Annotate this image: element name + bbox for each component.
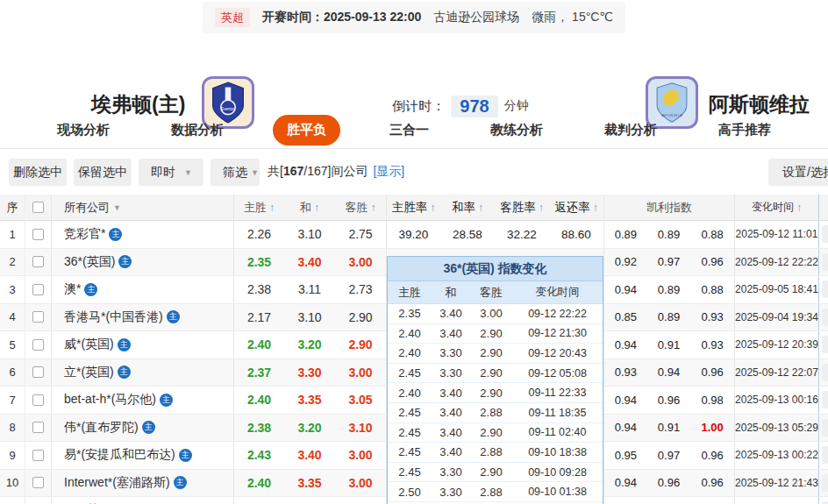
popup-odds-value: 2.90 [480, 327, 502, 340]
header-home-rate-sort[interactable]: 主胜率↑ [386, 195, 440, 220]
delete-selected-button[interactable]: 删除选中 [9, 159, 67, 186]
popup-away-odds: 2.90 [470, 426, 512, 439]
odds-away: 3.00 [335, 470, 386, 497]
popup-home-odds: 2.45 [388, 366, 432, 380]
kelly-draw: 0.91 [647, 415, 691, 442]
trend-button[interactable] [822, 474, 828, 492]
odds-away: 3.10 [335, 415, 386, 442]
odds-home: 2.40 [233, 331, 284, 358]
header-change-time-sort[interactable]: 变化时间↑ [734, 195, 818, 220]
home-mark-icon: 主 [118, 255, 132, 268]
row-checkbox[interactable] [32, 339, 44, 351]
row-checkbox[interactable] [32, 477, 44, 488]
tab-live-analysis[interactable]: 现场分析 [45, 115, 122, 146]
instant-dropdown[interactable]: 即时▼ [139, 159, 203, 186]
tab-data-analysis[interactable]: 数据分析 [159, 115, 236, 146]
trend-button[interactable] [822, 364, 828, 381]
header-draw-sort[interactable]: 和↑ [284, 195, 335, 220]
header-return-rate-sort[interactable]: 返还率↑ [549, 195, 603, 220]
settings-select-button[interactable]: 设置/选择 [768, 159, 828, 186]
trend-button[interactable] [822, 225, 828, 243]
popup-change-time: 09-10 01:38 [512, 486, 603, 498]
company-name[interactable]: 伟*(直布罗陀) [64, 420, 139, 436]
row-checkbox[interactable] [32, 256, 44, 267]
draw-rate: 28.58 [440, 221, 495, 248]
change-time: 2025-09-12 11:01 [734, 221, 818, 248]
popup-odds-value: 3.40 [439, 426, 461, 439]
league-badge[interactable]: 英超 [215, 8, 250, 27]
header-away-sort[interactable]: 客胜↑ [335, 195, 386, 220]
row-checkbox[interactable] [32, 422, 44, 433]
trend-button[interactable] [822, 253, 828, 271]
tab-coach-analysis[interactable]: 教练分析 [478, 115, 555, 146]
popup-draw-odds: 3.40 [432, 426, 470, 439]
row-checkbox[interactable] [32, 450, 44, 461]
toolbar: 删除选中 保留选中 即时▼ 筛选▼ 共[167/167]间公司[显示] 设置/选… [0, 159, 828, 187]
company-name[interactable]: 立*(英国) [64, 365, 114, 380]
keep-selected-button[interactable]: 保留选中 [74, 159, 132, 186]
odds-home: 2.45 [233, 497, 284, 504]
home-mark-icon: 主 [118, 338, 131, 351]
trend-button[interactable] [822, 391, 828, 408]
home-mark-icon: 主 [118, 366, 131, 379]
page: 英超 开赛时间：2025-09-13 22:00 古迪逊公园球场 微雨， 15°… [0, 0, 828, 504]
popup-home-odds: 2.35 [388, 307, 432, 320]
home-mark-icon: 主 [179, 449, 192, 462]
header-home-sort[interactable]: 主胜↑ [233, 195, 284, 220]
popup-change-time: 09-12 05:08 [512, 367, 603, 380]
kelly-home: 0.94 [603, 387, 647, 414]
popup-home-odds: 2.50 [388, 486, 432, 499]
header-company[interactable]: 所有公司▼ [51, 195, 233, 220]
popup-odds-value: 2.90 [480, 346, 502, 359]
company-name[interactable]: 36*(英国) [64, 254, 115, 270]
tab-expert-picks[interactable]: 高手推荐 [706, 115, 783, 146]
trend-button[interactable] [822, 309, 828, 326]
odds-home: 2.37 [233, 359, 284, 387]
company-cell: 18*(英国)主 [51, 497, 233, 504]
header-select-all[interactable] [25, 195, 51, 220]
show-link[interactable]: [显示] [373, 164, 404, 178]
trend-button[interactable] [822, 446, 828, 464]
row-checkbox[interactable] [32, 284, 44, 295]
row-extra-cell [818, 359, 828, 387]
match-info-strip: 英超 开赛时间：2025-09-13 22:00 古迪逊公园球场 微雨， 15°… [203, 2, 625, 33]
kelly-draw: 0.91 [647, 331, 691, 358]
popup-odds-value: 3.00 [480, 307, 502, 320]
trend-button[interactable] [822, 419, 828, 437]
popup-odds-value: 2.45 [398, 366, 420, 380]
popup-draw-odds: 3.40 [432, 406, 470, 419]
popup-odds-value: 2.40 [398, 387, 420, 400]
row-checkbox[interactable] [32, 229, 44, 240]
header-away-rate-sort[interactable]: 客胜率↑ [495, 195, 549, 220]
company-name[interactable]: 澳* [64, 281, 81, 297]
tab-win-draw-lose[interactable]: 胜平负 [273, 115, 340, 146]
row-seq: 11 [0, 497, 25, 504]
popup-odds-value: 2.45 [398, 406, 420, 419]
company-name[interactable]: 香港马*(中国香港) [64, 309, 163, 325]
tab-three-in-one[interactable]: 三合一 [377, 115, 441, 146]
company-cell: 伟*(直布罗陀)主 [51, 415, 233, 442]
odds-away: 2.75 [335, 221, 386, 248]
company-name[interactable]: 易*(安提瓜和巴布达) [64, 447, 175, 463]
company-name[interactable]: Interwet*(塞浦路斯) [64, 475, 170, 491]
popup-odds-value: 3.30 [439, 366, 461, 380]
popup-change-time: 09-11 22:33 [512, 387, 603, 399]
row-checkbox[interactable] [32, 394, 44, 406]
tab-referee-analysis[interactable]: 裁判分析 [592, 115, 669, 146]
trend-button[interactable] [822, 336, 828, 353]
row-seq: 8 [0, 415, 25, 442]
trend-button[interactable] [822, 280, 828, 298]
teams-band: 埃弗顿(主) Everton 倒计时： 978 分钟 ASTON VILLA 阿… [0, 35, 828, 110]
header-draw-rate-sort[interactable]: 和率↑ [440, 195, 495, 220]
kelly-draw: 0.94 [647, 359, 691, 387]
row-checkbox[interactable] [32, 311, 44, 323]
company-name[interactable]: bet-at-h*(马尔他) [64, 392, 156, 408]
select-all-checkbox[interactable] [32, 202, 44, 213]
company-cell: 竞彩官*主 [51, 221, 233, 248]
company-name[interactable]: 竞彩官* [64, 226, 105, 242]
filter-dropdown[interactable]: 筛选▼ [211, 159, 260, 186]
popup-draw-odds: 3.40 [432, 387, 470, 400]
popup-row: 2.403.402.9009-11 22:33 [388, 383, 603, 403]
company-name[interactable]: 威*(英国) [64, 337, 114, 352]
row-checkbox[interactable] [32, 366, 44, 378]
